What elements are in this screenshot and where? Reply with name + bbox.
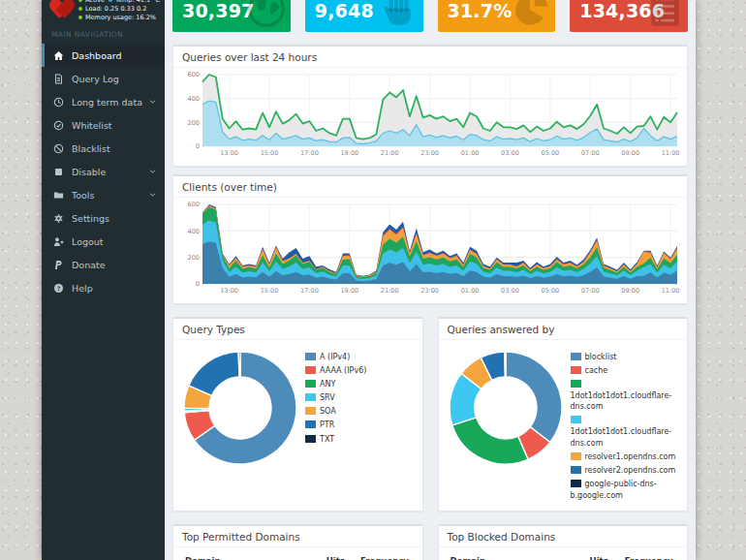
stat-cards-row: 30,3979,64831.7%134,366: [172, 0, 688, 32]
domains-table: DomainHitsFrequencywww.googleadservices.…: [445, 551, 682, 560]
legend-swatch: [305, 407, 316, 415]
sidebar-item-long-term-data[interactable]: Long term data: [42, 90, 165, 113]
sidebar-item-label: Logout: [72, 236, 104, 247]
legend-item: A (IPv4): [305, 352, 417, 363]
donut-segment: [506, 352, 562, 443]
svg-text:07:00: 07:00: [581, 287, 600, 295]
sidebar-item-disable[interactable]: Disable: [42, 160, 165, 183]
svg-text:03:00: 03:00: [501, 149, 519, 157]
logout-icon: [53, 235, 66, 247]
pihole-logo: [49, 0, 75, 20]
legend-swatch: [305, 420, 316, 428]
sidebar-item-label: Tools: [72, 190, 94, 201]
legend-swatch: [571, 466, 581, 474]
legend-swatch: [571, 366, 581, 374]
stat-card: 9,648: [305, 0, 423, 32]
hand-icon: [379, 0, 420, 29]
legend-swatch: [305, 393, 316, 401]
legend-swatch: [305, 435, 316, 443]
col-header-hits: Hits: [584, 551, 619, 560]
chevron-down-icon: [149, 192, 156, 198]
svg-text:15:00: 15:00: [261, 149, 279, 157]
panel-top-permitted: Top Permitted Domains DomainHitsFrequenc…: [172, 524, 423, 560]
status-line-memory: Memory usage: 16.2%: [78, 14, 160, 22]
donut-segment: [189, 352, 239, 395]
legend-swatch: [571, 380, 581, 388]
sidebar-item-logout[interactable]: Logout: [42, 230, 165, 253]
svg-text:19:00: 19:00: [340, 287, 358, 295]
svg-text:07:00: 07:00: [581, 149, 600, 157]
sidebar-item-help[interactable]: ?Help: [42, 276, 165, 299]
panel-title: Top Permitted Domains: [173, 526, 422, 547]
check-circle-icon: [53, 119, 66, 131]
folder-icon: [53, 189, 66, 201]
svg-text:13:00: 13:00: [220, 149, 238, 157]
sidebar-item-tools[interactable]: Tools: [42, 183, 165, 206]
svg-text:600: 600: [188, 72, 200, 78]
legend-swatch: [305, 366, 316, 374]
svg-text:09:00: 09:00: [621, 149, 639, 157]
panel-title: Queries over last 24 hours: [173, 47, 687, 68]
panel-query-types: Query Types A (IPv4)AAAA (IPv6)ANYSRVSOA…: [172, 317, 423, 512]
legend-item: resolver2.opendns.com: [571, 465, 682, 477]
col-header-frequency: Frequency: [619, 551, 681, 560]
svg-text:200: 200: [188, 119, 200, 127]
svg-text:19:00: 19:00: [340, 149, 358, 157]
svg-text:15:00: 15:00: [261, 287, 279, 295]
panel-top-blocked: Top Blocked Domains DomainHitsFrequencyw…: [438, 524, 689, 560]
status-dot-icon: [78, 7, 82, 11]
query-types-donut: [179, 347, 301, 469]
legend-swatch: [305, 380, 316, 388]
status-dot-icon: [78, 0, 82, 2]
home-icon: [53, 49, 66, 61]
sidebar-status-block: ActiveTemp: 41.1 °C Load: 0.25 0.33 0.2 …: [42, 0, 165, 24]
nav-section-header: MAIN NAVIGATION: [42, 24, 165, 44]
stat-card: 31.7%: [438, 0, 556, 32]
svg-text:?: ?: [57, 284, 61, 291]
svg-text:21:00: 21:00: [381, 287, 399, 295]
legend-item: resolver1.opendns.com: [571, 451, 682, 463]
panel-title: Query Types: [173, 319, 422, 340]
donut-row: Query Types A (IPv4)AAAA (IPv6)ANYSRVSOA…: [172, 317, 688, 512]
legend-item: 1dot1dot1dot1.cloudflare-dns.com: [571, 379, 682, 413]
legend-swatch: [571, 480, 581, 487]
pihole-dashboard-window: ActiveTemp: 41.1 °C Load: 0.25 0.33 0.2 …: [42, 0, 696, 560]
legend-item: TXT: [305, 434, 417, 446]
clients-stacked-chart: 13:0015:0017:0019:0021:0023:0001:0003:00…: [179, 202, 681, 295]
gears-icon: [53, 212, 66, 224]
chevron-down-icon: [149, 169, 156, 174]
sidebar-item-blacklist[interactable]: Blacklist: [42, 137, 165, 160]
donut-segment: [504, 352, 505, 377]
svg-text:17:00: 17:00: [300, 149, 319, 157]
stat-card: 134,366: [570, 0, 688, 32]
legend-item: cache: [571, 365, 682, 377]
svg-text:400: 400: [188, 95, 200, 103]
domains-table: DomainHitsFrequencywww.belkin.com3250hea…: [179, 551, 417, 560]
panel-title: Clients (over time): [173, 176, 687, 198]
globe-icon: [246, 0, 287, 29]
sidebar-item-donate[interactable]: Donate: [42, 253, 165, 276]
donut-segment: [451, 418, 527, 464]
panel-queries-answered-by: Queries answered by blocklistcache1dot1d…: [438, 317, 689, 512]
sidebar-item-whitelist[interactable]: Whitelist: [42, 113, 165, 137]
help-icon: ?: [53, 282, 66, 294]
donate-icon: [53, 259, 66, 270]
sidebar-nav: DashboardQuery LogLong term dataWhitelis…: [42, 44, 165, 299]
legend-swatch: [571, 416, 581, 423]
col-header-domain: Domain: [179, 551, 321, 560]
col-header-frequency: Frequency: [355, 551, 416, 560]
legend-item: ANY: [305, 379, 417, 390]
donut-segment: [238, 352, 240, 377]
sidebar-item-label: Help: [72, 283, 93, 294]
sidebar-item-label: Settings: [72, 213, 109, 224]
svg-text:23:00: 23:00: [420, 287, 439, 295]
sidebar-item-settings[interactable]: Settings: [42, 206, 165, 230]
pie-chart-icon: [511, 0, 551, 29]
ban-icon: [53, 142, 66, 154]
sidebar-item-query-log[interactable]: Query Log: [42, 67, 165, 90]
status-dot-icon: [78, 16, 82, 19]
svg-text:0: 0: [196, 142, 200, 150]
legend-swatch: [305, 353, 316, 360]
sidebar: ActiveTemp: 41.1 °C Load: 0.25 0.33 0.2 …: [42, 0, 165, 560]
sidebar-item-dashboard[interactable]: Dashboard: [42, 44, 165, 67]
